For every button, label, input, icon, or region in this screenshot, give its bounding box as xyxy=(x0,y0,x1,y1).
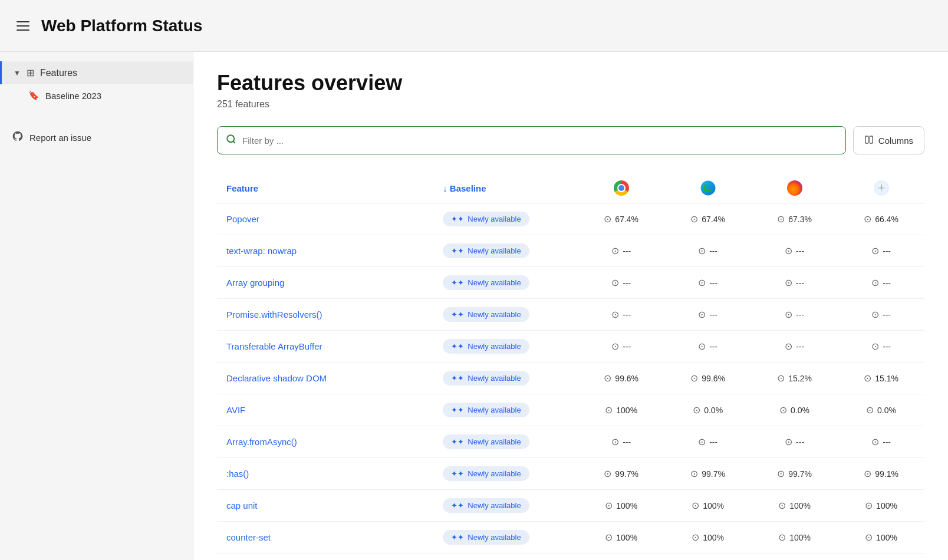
firefox-check-icon: ⊙ xyxy=(778,500,786,511)
newly-available-badge: ✦✦ Newly available xyxy=(443,307,529,322)
safari-check-icon: ⊙ xyxy=(871,245,879,256)
feature-link[interactable]: AVIF xyxy=(226,405,245,415)
edge-check-icon: ⊙ xyxy=(690,213,698,225)
feature-name-cell: :has() xyxy=(217,458,433,490)
columns-button[interactable]: Columns xyxy=(853,126,924,154)
feature-name-cell: Array.fromAsync() xyxy=(217,426,433,458)
safari-value: 0.0% xyxy=(877,406,896,415)
feature-link[interactable]: counter-set xyxy=(226,532,271,542)
table-row: :has()✦✦ Newly available⊙99.7%⊙99.7%⊙99.… xyxy=(217,458,924,490)
safari-value: --- xyxy=(883,278,891,288)
feature-link[interactable]: Popover xyxy=(226,214,259,224)
safari-check-icon: ⊙ xyxy=(871,309,879,320)
firefox-value: --- xyxy=(796,310,804,319)
edge-check-icon: ⊙ xyxy=(692,532,699,543)
table-header-row: Feature ↓ Baseline xyxy=(217,173,924,203)
badge-sparkle-icon: ✦✦ xyxy=(451,533,464,542)
chrome-cell: ⊙--- xyxy=(578,331,664,363)
edge-check-icon: ⊙ xyxy=(692,500,699,511)
firefox-value: 99.7% xyxy=(788,469,812,479)
firefox-cell: ⊙--- xyxy=(751,235,838,267)
sidebar-item-report-issue[interactable]: Report an issue xyxy=(0,124,193,151)
safari-value: 99.1% xyxy=(875,469,898,479)
chrome-cell: ⊙100% xyxy=(578,394,664,426)
svg-point-0 xyxy=(227,135,234,142)
feature-name-cell: Promise.withResolvers() xyxy=(217,299,433,331)
edge-value: --- xyxy=(709,310,717,319)
filter-input-wrapper xyxy=(217,126,846,154)
badge-sparkle-icon: ✦✦ xyxy=(451,469,464,478)
firefox-value: 100% xyxy=(789,501,811,510)
bookmark-icon: 🔖 xyxy=(28,90,40,101)
feature-link[interactable]: Array.fromAsync() xyxy=(226,437,297,447)
chrome-cell: ⊙--- xyxy=(578,267,664,299)
edge-cell: ⊙--- xyxy=(664,267,751,299)
main-content: Features overview 251 features Columns xyxy=(193,52,948,560)
newly-available-badge: ✦✦ Newly available xyxy=(443,403,529,417)
firefox-check-icon: ⊙ xyxy=(785,436,792,447)
feature-link[interactable]: Declarative shadow DOM xyxy=(226,373,327,383)
safari-cell: ⊙--- xyxy=(838,267,924,299)
feature-link[interactable]: cap unit xyxy=(226,500,258,510)
sidebar-item-baseline[interactable]: 🔖 Baseline 2023 xyxy=(0,84,193,107)
safari-value: --- xyxy=(883,246,891,256)
baseline-cell: ✦✦ Newly available xyxy=(433,394,578,426)
chrome-check-icon: ⊙ xyxy=(605,500,613,511)
chrome-check-icon: ⊙ xyxy=(611,245,619,256)
feature-link[interactable]: Array grouping xyxy=(226,278,284,288)
edge-cell: ⊙67.4% xyxy=(664,203,751,235)
edge-cell: ⊙100% xyxy=(664,490,751,522)
firefox-value: 0.0% xyxy=(791,406,809,415)
badge-sparkle-icon: ✦✦ xyxy=(451,342,464,351)
newly-available-badge: ✦✦ Newly available xyxy=(443,466,529,481)
chrome-check-icon: ⊙ xyxy=(611,341,619,352)
col-header-feature[interactable]: Feature xyxy=(217,173,433,203)
safari-value: --- xyxy=(883,437,891,447)
newly-available-badge: ✦✦ Newly available xyxy=(443,243,529,258)
col-header-baseline[interactable]: ↓ Baseline xyxy=(433,173,578,203)
newly-available-badge: ✦✦ Newly available xyxy=(443,434,529,449)
edge-cell: ⊙100% xyxy=(664,522,751,554)
badge-sparkle-icon: ✦✦ xyxy=(451,246,464,255)
newly-available-badge: ✦✦ Newly available xyxy=(443,212,529,226)
badge-sparkle-icon: ✦✦ xyxy=(451,310,464,319)
firefox-check-icon: ⊙ xyxy=(785,341,792,352)
feature-name-cell: Popover xyxy=(217,203,433,235)
newly-available-badge: ✦✦ Newly available xyxy=(443,371,529,386)
firefox-cell: ⊙--- xyxy=(751,331,838,363)
badge-sparkle-icon: ✦✦ xyxy=(451,374,464,383)
edge-value: 100% xyxy=(703,533,724,542)
feature-link[interactable]: Transferable ArrayBuffer xyxy=(226,341,322,351)
newly-available-badge: ✦✦ Newly available xyxy=(443,275,529,290)
table-row: text-wrap: nowrap✦✦ Newly available⊙---⊙… xyxy=(217,235,924,267)
svg-line-1 xyxy=(233,141,235,143)
sidebar-report-label: Report an issue xyxy=(29,133,91,143)
table-row: Transferable ArrayBuffer✦✦ Newly availab… xyxy=(217,331,924,363)
chrome-cell: ⊙67.4% xyxy=(578,203,664,235)
feature-link[interactable]: Promise.withResolvers() xyxy=(226,309,322,319)
table-row: Promise.withResolvers()✦✦ Newly availabl… xyxy=(217,299,924,331)
firefox-cell: ⊙0.0% xyxy=(751,394,838,426)
col-header-edge xyxy=(664,173,751,203)
edge-value: --- xyxy=(709,342,717,351)
sidebar-item-features[interactable]: ▼ ⊞ Features xyxy=(0,61,193,84)
safari-check-icon: ⊙ xyxy=(864,213,871,225)
feature-link[interactable]: text-wrap: nowrap xyxy=(226,246,297,256)
baseline-cell: ✦✦ Newly available xyxy=(433,203,578,235)
baseline-cell: ✦✦ Newly available xyxy=(433,331,578,363)
chrome-value: --- xyxy=(623,437,631,447)
safari-check-icon: ⊙ xyxy=(871,277,879,288)
hamburger-menu-button[interactable] xyxy=(14,19,32,33)
edge-cell: ⊙0.0% xyxy=(664,394,751,426)
filter-input[interactable] xyxy=(242,136,837,146)
edge-cell: ⊙--- xyxy=(664,426,751,458)
firefox-cell: ⊙67.3% xyxy=(751,203,838,235)
safari-cell: ⊙--- xyxy=(838,299,924,331)
github-icon xyxy=(12,130,24,145)
firefox-value: 67.3% xyxy=(788,215,812,224)
safari-cell: ⊙100% xyxy=(838,522,924,554)
baseline-cell: ✦✦ Newly available xyxy=(433,299,578,331)
feature-link[interactable]: :has() xyxy=(226,469,249,479)
firefox-browser-icon xyxy=(787,180,802,196)
firefox-check-icon: ⊙ xyxy=(785,309,792,320)
